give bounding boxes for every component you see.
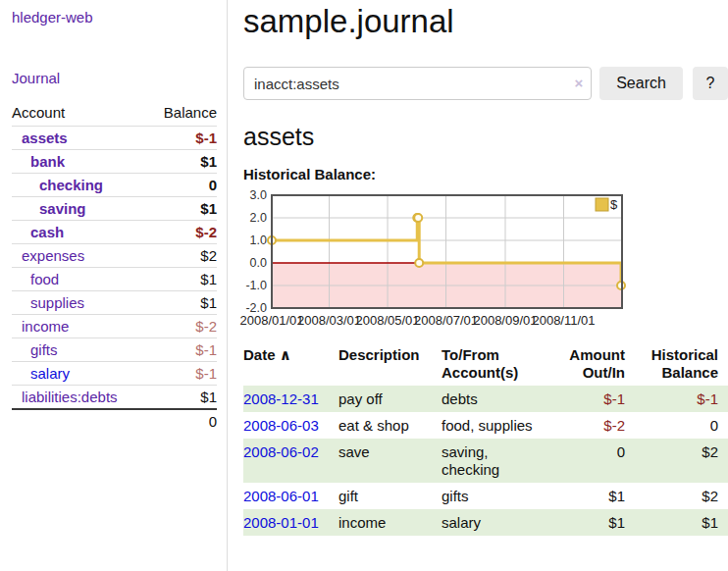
account-balance: $1 (148, 268, 217, 291)
account-row: income$-2 (12, 315, 217, 338)
account-row: gifts$-1 (12, 338, 217, 362)
y-tick-label: 3.0 (250, 188, 267, 202)
account-balance: $-2 (148, 315, 217, 338)
transaction-description: save (338, 439, 442, 483)
transaction-description: pay off (338, 386, 442, 412)
account-row: cash$-2 (12, 221, 217, 244)
y-tick-label: 0.0 (250, 256, 267, 270)
page-title: sample.journal (243, 3, 728, 40)
transaction-amount: $1 (545, 483, 625, 509)
search-bar: × Search ? (243, 67, 728, 100)
transaction-date-link[interactable]: 2008-12-31 (243, 390, 319, 407)
col-description: Description (338, 343, 442, 386)
accounts-header-row: Account Balance (12, 101, 217, 127)
col-accounts: To/From Account(s) (442, 343, 545, 386)
transaction-date-link[interactable]: 2008-06-01 (243, 488, 319, 504)
account-link[interactable]: income (22, 318, 69, 335)
account-balance: $-1 (148, 127, 217, 150)
transaction-amount: $1 (545, 509, 625, 536)
register-row: 2008-12-31pay offdebts$-1$-1 (243, 386, 728, 412)
account-link[interactable]: assets (22, 130, 68, 146)
transaction-date-link[interactable]: 2008-01-01 (243, 514, 319, 531)
register-row: 2008-06-03eat & shopfood, supplies$-20 (243, 412, 728, 439)
account-row: salary$-1 (12, 362, 217, 386)
account-link[interactable]: food (30, 271, 59, 287)
transaction-amount: $-2 (545, 412, 625, 439)
account-row: liabilities:debts$1 (12, 386, 217, 410)
account-balance: $-1 (148, 362, 217, 386)
search-button[interactable]: Search (599, 67, 683, 100)
register-header-row: Date ∧ Description To/From Account(s) Am… (243, 343, 728, 386)
x-tick-label: 2008/09/01 (473, 313, 537, 328)
transaction-description: eat & shop (338, 412, 442, 439)
data-point-marker (414, 214, 422, 222)
search-input[interactable] (243, 67, 592, 100)
transaction-accounts: food, supplies (442, 412, 545, 439)
transaction-amount: 0 (545, 439, 625, 483)
account-link[interactable]: supplies (30, 294, 84, 311)
y-tick-label: 1.0 (250, 234, 267, 247)
accounts-total: 0 (12, 409, 217, 434)
register-body: 2008-12-31pay offdebts$-1$-12008-06-03ea… (243, 386, 728, 536)
account-link[interactable]: expenses (22, 247, 84, 264)
col-date: Date ∧ (243, 343, 338, 386)
app-brand-link[interactable]: hledger-web (12, 9, 217, 26)
account-row: expenses$2 (12, 244, 217, 268)
account-link[interactable]: cash (30, 224, 64, 240)
account-row: saving$1 (12, 197, 217, 221)
account-balance: $1 (148, 197, 217, 221)
clear-search-icon[interactable]: × (574, 74, 583, 93)
account-balance: $1 (148, 386, 217, 410)
transaction-balance: $1 (625, 509, 728, 536)
sort-asc-icon: ∧ (280, 346, 291, 363)
transaction-accounts: debts (442, 386, 545, 412)
transaction-date-link[interactable]: 2008-06-03 (243, 417, 319, 434)
account-row: checking0 (12, 174, 217, 197)
account-link[interactable]: gifts (30, 341, 58, 358)
x-tick-label: 2008/01/01 (239, 313, 303, 328)
register-row: 2008-01-01incomesalary$1$1 (243, 509, 728, 536)
account-row: assets$-1 (12, 127, 217, 150)
transaction-accounts: salary (442, 509, 545, 536)
x-tick-label: 2008/07/01 (414, 313, 478, 328)
register-table: Date ∧ Description To/From Account(s) Am… (243, 343, 728, 536)
chart-title: Historical Balance: (243, 166, 728, 182)
legend-swatch (596, 198, 608, 211)
search-box: × (243, 67, 592, 100)
account-balance: $-1 (148, 338, 217, 362)
account-balance: $1 (148, 291, 217, 315)
account-row: bank$1 (12, 150, 217, 174)
transaction-description: gift (338, 483, 442, 509)
account-row: food$1 (12, 268, 217, 291)
legend-label: $ (610, 197, 618, 212)
register-row: 2008-06-02savesaving, checking0$2 (243, 439, 728, 483)
data-point-marker (415, 259, 423, 267)
help-button[interactable]: ? (693, 67, 728, 100)
x-tick-label: 2008/05/01 (355, 313, 419, 328)
account-balance: $2 (148, 244, 217, 268)
transaction-balance: $-1 (625, 386, 728, 412)
col-balance: Historical Balance (625, 343, 728, 386)
balance-chart: $3.02.01.00.0-1.0-2.02008/01/012008/03/0… (243, 190, 728, 330)
account-heading: assets (243, 123, 728, 151)
accounts-col-balance: Balance (148, 101, 217, 127)
y-tick-label: -1.0 (245, 279, 267, 292)
account-link[interactable]: bank (30, 153, 65, 170)
account-row: supplies$1 (12, 291, 217, 315)
register-row: 2008-06-01giftgifts$1$2 (243, 483, 728, 509)
sidebar: hledger-web Journal Account Balance asse… (0, 0, 228, 571)
y-tick-label: 2.0 (250, 211, 267, 225)
account-balance: $-2 (148, 221, 217, 244)
accounts-total-row: 0 (12, 409, 217, 434)
x-tick-label: 2008/11/01 (532, 313, 595, 328)
main-content: sample.journal × Search ? assets Histori… (243, 0, 728, 536)
account-link[interactable]: salary (30, 365, 70, 382)
account-link[interactable]: checking (39, 177, 103, 193)
transaction-date-link[interactable]: 2008-06-02 (243, 443, 319, 460)
account-balance: $1 (148, 150, 217, 174)
accounts-body: assets$-1bank$1checking0saving$1cash$-2e… (12, 127, 217, 435)
sidebar-item-journal[interactable]: Journal (12, 70, 217, 86)
account-link[interactable]: liabilities:debts (22, 389, 118, 405)
transaction-description: income (338, 509, 442, 536)
account-link[interactable]: saving (39, 200, 86, 217)
